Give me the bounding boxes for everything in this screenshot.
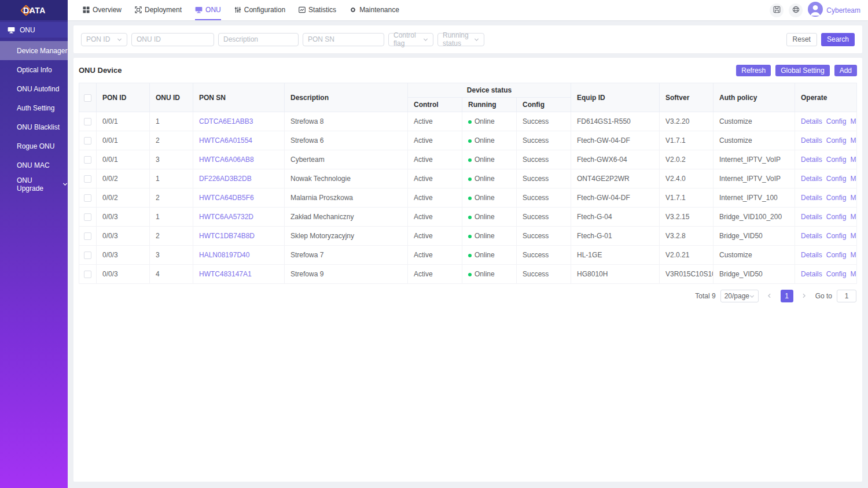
- config-link[interactable]: Config: [826, 136, 847, 145]
- operate-cell: DetailsConfigMore: [795, 150, 857, 169]
- pon-sn-cell: HWTCA6A06AB8: [193, 150, 285, 169]
- sidebar-item-onu-mac[interactable]: ONU MAC: [0, 156, 68, 175]
- tab-statistics[interactable]: Statistics: [299, 0, 336, 20]
- config-link[interactable]: Config: [826, 213, 847, 221]
- row-checkbox[interactable]: [84, 232, 91, 240]
- pon-sn-link[interactable]: DF226AD3B2DB: [199, 175, 252, 183]
- tab-deployment[interactable]: Deployment: [135, 0, 182, 20]
- sidebar-item-onu-root[interactable]: ONU: [0, 22, 68, 38]
- tab-maintenance[interactable]: Maintenance: [350, 0, 399, 20]
- goto-page-input[interactable]: [837, 290, 856, 302]
- page-number-button[interactable]: 1: [781, 290, 793, 302]
- pon-sn-link[interactable]: HWTCA6A01554: [199, 136, 252, 145]
- sidebar-menu: Device ManagerOptical InfoONU AutofindAu…: [0, 41, 68, 194]
- pon-sn-input[interactable]: [303, 33, 384, 46]
- row-checkbox[interactable]: [84, 252, 91, 259]
- pon-sn-link[interactable]: HWTC483147A1: [199, 270, 252, 278]
- details-link[interactable]: Details: [801, 251, 822, 259]
- onu-device-table: PON ID ONU ID PON SN Description Device …: [79, 83, 857, 284]
- row-checkbox[interactable]: [84, 213, 91, 221]
- cdata-logo: DATA: [0, 0, 68, 20]
- select-all-header: [79, 83, 97, 112]
- user-menu[interactable]: Cyberteam: [808, 2, 860, 19]
- prev-page-button[interactable]: [763, 290, 776, 302]
- table-row: 0/0/13HWTCA6A06AB8CyberteamActiveOnlineS…: [79, 150, 857, 169]
- add-button[interactable]: Add: [834, 65, 857, 76]
- sidebar-item-device-manager[interactable]: Device Manager: [0, 41, 68, 60]
- page-title: ONU Device: [79, 66, 122, 75]
- more-link[interactable]: More: [850, 194, 856, 202]
- details-link[interactable]: Details: [801, 175, 822, 183]
- onu-id-input[interactable]: [131, 33, 214, 46]
- save-button[interactable]: [770, 3, 784, 17]
- more-link[interactable]: More: [850, 117, 856, 125]
- search-button[interactable]: Search: [821, 33, 855, 46]
- sidebar-item-rogue-onu[interactable]: Rogue ONU: [0, 136, 68, 156]
- config-link[interactable]: Config: [826, 232, 847, 240]
- row-checkbox[interactable]: [84, 271, 91, 278]
- sidebar-item-auth-setting[interactable]: Auth Setting: [0, 98, 68, 117]
- sidebar: DATA ONU Device ManagerOptical InfoONU A…: [0, 0, 68, 488]
- pon-id-cell: 0/0/1: [97, 131, 150, 150]
- config-link[interactable]: Config: [826, 270, 847, 278]
- sidebar-item-onu-autofind[interactable]: ONU Autofind: [0, 79, 68, 98]
- row-select-cell: [79, 246, 97, 265]
- description-input[interactable]: [218, 33, 299, 46]
- config-link[interactable]: Config: [826, 175, 847, 183]
- running-status-text: Online: [475, 213, 495, 221]
- auth-policy-cell: Internet_IPTV_VoIP: [713, 169, 795, 188]
- refresh-button[interactable]: Refresh: [736, 65, 771, 76]
- sidebar-item-onu-upgrade[interactable]: ONU Upgrade: [0, 175, 68, 194]
- more-link[interactable]: More: [850, 213, 856, 221]
- details-link[interactable]: Details: [801, 194, 822, 202]
- tab-configuration[interactable]: Configuration: [234, 0, 285, 20]
- language-button[interactable]: [789, 3, 803, 17]
- details-link[interactable]: Details: [801, 213, 822, 221]
- row-checkbox[interactable]: [84, 175, 91, 183]
- details-link[interactable]: Details: [801, 117, 822, 125]
- reset-button[interactable]: Reset: [786, 33, 817, 46]
- config-link[interactable]: Config: [826, 156, 847, 164]
- details-link[interactable]: Details: [801, 136, 822, 145]
- pon-sn-link[interactable]: HWTCA64DB5F6: [199, 194, 254, 202]
- select-all-checkbox[interactable]: [84, 94, 91, 102]
- global-setting-button[interactable]: Global Setting: [775, 65, 829, 76]
- pon-sn-link[interactable]: HWTCA6A06AB8: [199, 156, 254, 164]
- pon-id-cell: 0/0/2: [97, 188, 150, 208]
- next-page-button[interactable]: [798, 290, 811, 302]
- details-link[interactable]: Details: [801, 156, 822, 164]
- row-checkbox[interactable]: [84, 118, 91, 125]
- row-checkbox[interactable]: [84, 156, 91, 164]
- pon-id-select[interactable]: PON ID: [81, 33, 127, 46]
- row-checkbox[interactable]: [84, 137, 91, 145]
- sidebar-item-onu-blacklist[interactable]: ONU Blacklist: [0, 117, 68, 136]
- tab-onu[interactable]: ONU: [195, 0, 221, 20]
- pon-sn-link[interactable]: HWTC1DB74B8D: [199, 232, 255, 240]
- pon-id-select-label: PON ID: [86, 35, 110, 43]
- onu-id-cell: 2: [150, 227, 193, 246]
- more-link[interactable]: More: [850, 232, 856, 240]
- pon-sn-link[interactable]: CDTCA6E1ABB3: [199, 117, 253, 125]
- floppy-icon: [773, 6, 781, 15]
- pon-sn-link[interactable]: HWTC6AA5732D: [199, 213, 253, 221]
- more-link[interactable]: More: [850, 251, 856, 259]
- more-link[interactable]: More: [850, 270, 856, 278]
- details-link[interactable]: Details: [801, 232, 822, 240]
- config-link[interactable]: Config: [826, 117, 847, 125]
- row-select-cell: [79, 112, 97, 131]
- sidebar-item-optical-info[interactable]: Optical Info: [0, 60, 68, 79]
- pon-sn-link[interactable]: HALN08197D40: [199, 251, 249, 259]
- page-size-select[interactable]: 20/page: [720, 290, 759, 302]
- more-link[interactable]: More: [850, 175, 856, 183]
- tab-overview[interactable]: Overview: [83, 0, 122, 20]
- config-link[interactable]: Config: [826, 251, 847, 259]
- details-link[interactable]: Details: [801, 270, 822, 278]
- row-checkbox[interactable]: [84, 194, 91, 202]
- config-link[interactable]: Config: [826, 194, 847, 202]
- running-status-select[interactable]: Running status: [437, 33, 484, 46]
- control-flag-select[interactable]: Control flag: [388, 33, 433, 46]
- config-status-cell: Success: [517, 188, 571, 208]
- more-link[interactable]: More: [850, 136, 856, 145]
- more-link[interactable]: More: [850, 156, 856, 164]
- softver-cell: V3R015C10S106: [660, 265, 713, 284]
